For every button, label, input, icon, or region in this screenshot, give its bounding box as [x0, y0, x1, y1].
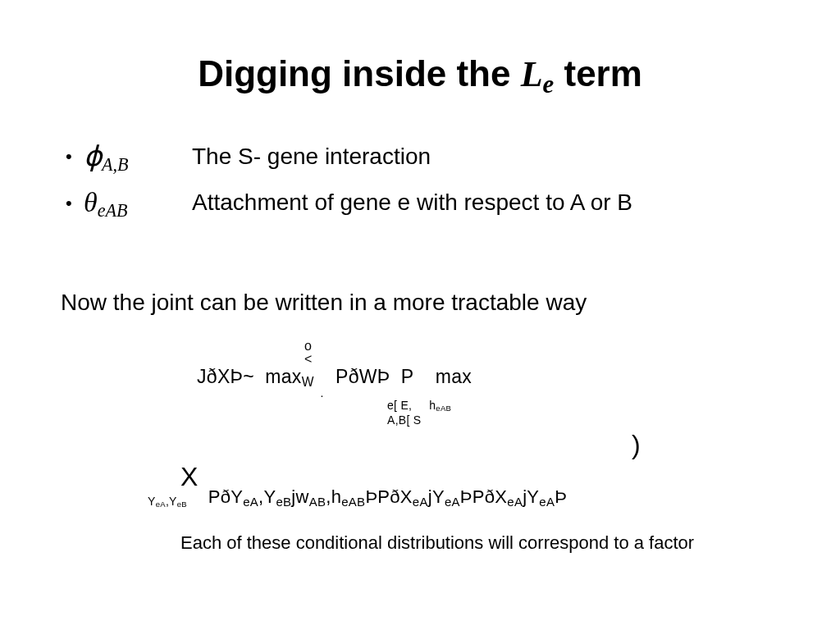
formula-big-x: X	[180, 463, 199, 490]
formula-prod: P	[401, 366, 413, 387]
symbol-base: θ	[84, 187, 98, 217]
caption: Each of these conditional distributions …	[180, 532, 783, 554]
bullet-text: Attachment of gene e with respect to A o…	[192, 186, 632, 220]
formula-line-1: o < JðXÞ~ maxW . PðWÞ P max	[197, 331, 783, 399]
formula-dot-stack: .	[320, 376, 323, 399]
slide: Digging inside the Le term • ϕA,B The S-…	[0, 0, 840, 630]
symbol-base: ϕ	[84, 141, 102, 171]
body-line: Now the joint can be written in a more t…	[61, 290, 783, 316]
formula-max2: max	[436, 366, 472, 387]
bullet-symbol: ϕA,B	[84, 136, 192, 178]
bullet-item: • θeAB Attachment of gene e with respect…	[66, 182, 783, 224]
bullet-dot-icon: •	[66, 144, 84, 170]
bullet-dot-icon: •	[66, 190, 84, 217]
symbol-sub: eAB	[98, 200, 128, 221]
formula-block: o < JðXÞ~ maxW . PðWÞ P max e[ E, heAB A…	[139, 331, 783, 510]
bullet-list: • ϕA,B The S- gene interaction • θeAB At…	[66, 136, 783, 224]
formula-max1-sub: W	[302, 375, 314, 389]
formula-jx: JðXÞ~	[197, 366, 254, 387]
formula-pre-stack: o <	[304, 331, 313, 352]
formula-pw: PðWÞ	[336, 366, 390, 387]
formula-sub-block: e[ E, heAB A,B[ S	[387, 399, 783, 427]
title-post: term	[554, 53, 642, 94]
formula-close-paren: )	[632, 430, 783, 460]
title-pre: Digging inside the	[198, 53, 521, 94]
bullet-text: The S- gene interaction	[192, 140, 431, 174]
formula-row2-main: PðYeA,YeBjwAB,heABÞPðXeAjYeAÞPðXeAjYeAÞ	[208, 486, 568, 509]
title-sub-e: e	[543, 71, 555, 98]
title-L: L	[521, 54, 543, 94]
slide-title: Digging inside the Le term	[57, 53, 783, 99]
formula-max1: max	[265, 366, 301, 387]
formula-row-2: X YeA,YeB PðYeA,YeBjwAB,heABÞPðXeAjYeAÞP…	[139, 463, 783, 509]
bullet-item: • ϕA,B The S- gene interaction	[66, 136, 783, 178]
bullet-symbol: θeAB	[84, 182, 192, 224]
formula-row2-sub: YeA,YeB	[148, 495, 208, 509]
symbol-sub: A,B	[102, 153, 129, 174]
